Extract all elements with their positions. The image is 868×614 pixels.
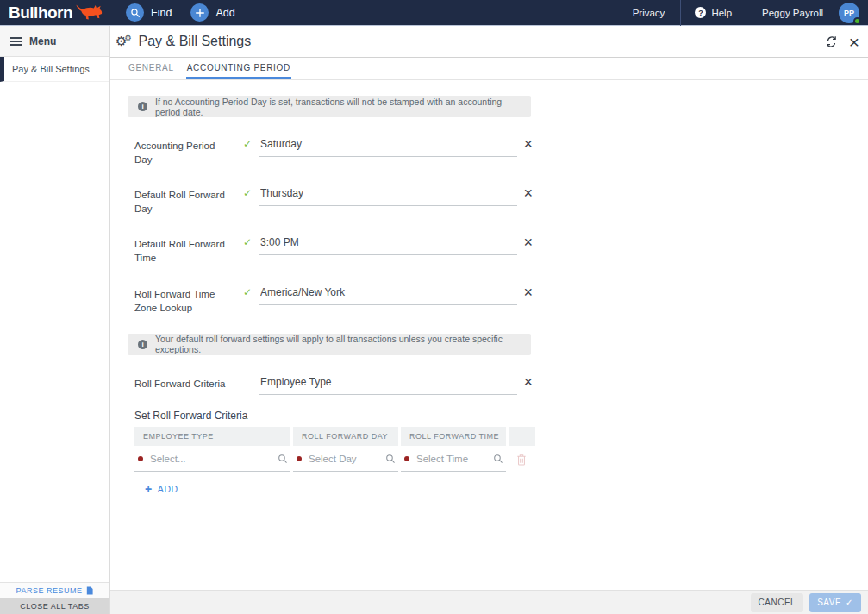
default-roll-forward-day-input[interactable]: [259, 185, 517, 206]
lookup-search-icon[interactable]: [493, 454, 503, 464]
add-label: Add: [215, 7, 234, 19]
avatar-initials: PP: [844, 9, 854, 17]
accounting-period-day-input[interactable]: [259, 136, 517, 157]
find-button[interactable]: Find: [126, 3, 172, 22]
field-label: Accounting Period Day: [134, 136, 231, 166]
field-label: Roll Forward Time Zone Lookup: [134, 285, 231, 315]
delete-row-button[interactable]: [516, 454, 527, 466]
sidebar: Menu Pay & Bill Settings PARSE RESUME CL…: [0, 26, 110, 614]
main-panel: ⚙⚙ Pay & Bill Settings × GENERAL ACCOUNT…: [110, 26, 868, 614]
bullhorn-logo: Bullhorn: [9, 3, 103, 22]
add-button[interactable]: Add: [190, 3, 234, 22]
refresh-button[interactable]: [825, 35, 838, 48]
required-dot: [404, 456, 409, 461]
column-header-roll-forward-time: ROLL FORWARD TIME: [401, 427, 506, 446]
valid-check-icon: ✓: [243, 138, 255, 166]
user-menu[interactable]: Peggy Payroll: [746, 8, 839, 18]
roll-forward-time-zone-input[interactable]: [259, 285, 517, 305]
help-button[interactable]: ? Help: [681, 7, 746, 18]
sidebar-item-label: Pay & Bill Settings: [12, 64, 90, 74]
clear-icon[interactable]: ×: [523, 374, 533, 390]
column-header-employee-type: EMPLOYEE TYPE: [134, 427, 290, 446]
roll-forward-criteria-input[interactable]: [259, 374, 517, 395]
tab-general[interactable]: GENERAL: [128, 58, 175, 79]
page-title: Pay & Bill Settings: [139, 34, 252, 49]
settings-gears-icon: ⚙⚙: [116, 34, 132, 48]
column-header-roll-forward-day: ROLL FORWARD DAY: [293, 427, 398, 446]
info-banner-text: If no Accounting Period Day is set, tran…: [155, 97, 521, 117]
hamburger-icon: [10, 35, 22, 47]
sidebar-item-pay-bill-settings[interactable]: Pay & Bill Settings: [0, 57, 109, 82]
plus-icon: [190, 3, 209, 22]
refresh-icon: [825, 35, 838, 48]
parse-resume-button[interactable]: PARSE RESUME: [0, 582, 109, 598]
lookup-search-icon[interactable]: [385, 454, 396, 464]
column-header-actions: [509, 427, 535, 446]
info-banner-text: Your default roll forward settings will …: [155, 334, 521, 354]
add-row-label: ADD: [158, 484, 178, 494]
save-button[interactable]: SAVE ✓: [809, 593, 861, 612]
parse-resume-label: PARSE RESUME: [16, 586, 83, 595]
info-icon: i: [138, 340, 147, 349]
trash-icon: [516, 454, 527, 466]
tab-accounting-period[interactable]: ACCOUNTING PERIOD: [186, 58, 291, 79]
roll-forward-time-select[interactable]: [416, 454, 493, 464]
clear-icon[interactable]: ×: [523, 235, 533, 250]
save-check-icon: ✓: [846, 598, 853, 607]
field-label: Roll Forward Criteria: [134, 374, 231, 395]
info-banner-accounting-period: i If no Accounting Period Day is set, tr…: [128, 96, 531, 117]
help-label: Help: [711, 8, 732, 18]
criteria-table: EMPLOYEE TYPE ROLL FORWARD DAY ROLL FORW…: [134, 427, 535, 495]
clear-icon[interactable]: ×: [523, 136, 533, 152]
required-dot: [297, 456, 302, 461]
navbar-right: Privacy ? Help Peggy Payroll PP: [617, 0, 868, 25]
help-icon: ?: [695, 7, 706, 18]
clear-icon[interactable]: ×: [523, 185, 533, 201]
close-all-tabs-button[interactable]: CLOSE ALL TABS: [0, 598, 109, 614]
info-icon: i: [138, 102, 147, 111]
cancel-button[interactable]: CANCEL: [751, 593, 804, 612]
record-header: ⚙⚙ Pay & Bill Settings ×: [110, 26, 868, 58]
field-row-roll-forward-criteria: Roll Forward Criteria ×: [134, 374, 533, 395]
valid-check-icon: ✓: [243, 187, 255, 216]
menu-label: Menu: [29, 35, 56, 47]
plus-icon: +: [145, 483, 153, 495]
save-label: SAVE: [817, 598, 841, 607]
document-icon: [86, 586, 93, 595]
close-tab-button[interactable]: ×: [849, 33, 859, 51]
accounting-period-form: i If no Accounting Period Day is set, tr…: [110, 80, 868, 590]
field-row-accounting-period-day: Accounting Period Day ✓ ×: [134, 136, 533, 166]
field-row-roll-forward-time-zone: Roll Forward Time Zone Lookup ✓ ×: [134, 285, 533, 315]
info-banner-roll-forward: i Your default roll forward settings wil…: [128, 334, 531, 355]
clear-icon[interactable]: ×: [523, 285, 533, 300]
add-row-button[interactable]: + ADD: [145, 483, 178, 495]
menu-toggle[interactable]: Menu: [0, 26, 109, 57]
close-all-tabs-label: CLOSE ALL TABS: [20, 602, 89, 611]
top-navbar: Bullhorn Find Add Privacy ? Help Peggy P…: [0, 0, 868, 26]
privacy-link[interactable]: Privacy: [617, 8, 681, 18]
avatar[interactable]: PP: [839, 3, 859, 23]
required-dot: [138, 456, 143, 461]
online-status-dot: [853, 17, 861, 25]
criteria-row: [134, 454, 535, 472]
form-action-bar: CANCEL SAVE ✓: [110, 590, 868, 614]
employee-type-select[interactable]: [150, 454, 278, 464]
field-label: Default Roll Forward Day: [134, 185, 231, 216]
valid-check-icon: ✓: [243, 236, 255, 265]
valid-check-icon: ✓: [243, 286, 255, 315]
field-row-default-roll-forward-day: Default Roll Forward Day ✓ ×: [134, 185, 533, 216]
default-roll-forward-time-input[interactable]: [259, 235, 517, 255]
brand-text: Bullhorn: [9, 3, 72, 22]
find-label: Find: [151, 7, 172, 19]
lookup-search-icon[interactable]: [278, 454, 288, 464]
tabbar: GENERAL ACCOUNTING PERIOD: [110, 58, 868, 80]
search-icon: [126, 3, 144, 22]
field-label: Default Roll Forward Time: [134, 235, 231, 265]
sidebar-spacer: [0, 82, 109, 582]
criteria-table-heading: Set Roll Forward Criteria: [134, 410, 868, 422]
field-row-default-roll-forward-time: Default Roll Forward Time ✓ ×: [134, 235, 533, 265]
roll-forward-day-select[interactable]: [309, 454, 385, 464]
bull-icon: [75, 3, 103, 22]
check-spacer: [243, 376, 255, 395]
